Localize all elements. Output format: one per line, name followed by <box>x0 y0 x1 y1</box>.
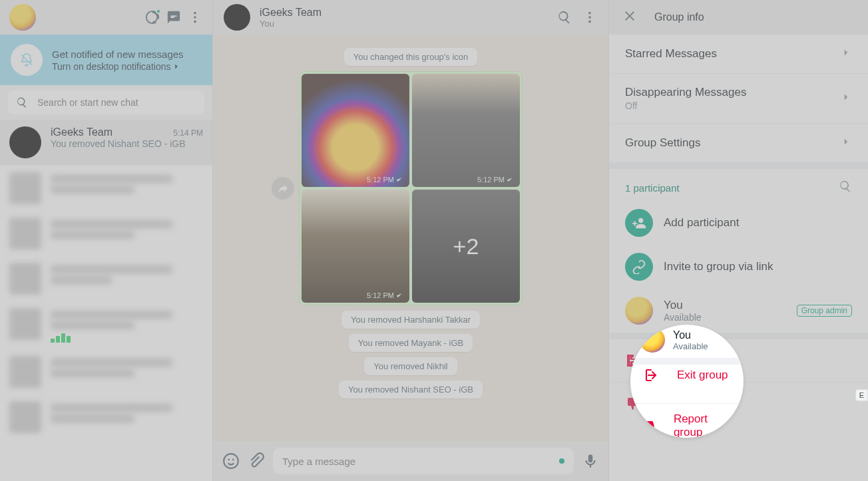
attach-icon[interactable] <box>248 452 265 470</box>
close-icon[interactable] <box>622 9 637 26</box>
media-thumb[interactable]: 5:12 PM <box>302 190 409 303</box>
notif-link[interactable]: Turn on desktop notifications <box>52 61 184 72</box>
media-thumb[interactable]: 5:12 PM <box>302 74 409 187</box>
chat-item-igeeks[interactable]: iGeeks Team 5:14 PM You removed Nishant … <box>0 120 212 166</box>
menu-icon[interactable] <box>187 9 203 25</box>
chat-list: iGeeks Team 5:14 PM You removed Nishant … <box>0 120 212 481</box>
sys-message: You removed Nishant SEO - iGB <box>339 381 483 399</box>
chevron-right-icon <box>840 47 852 61</box>
add-participant-row[interactable]: Add participant <box>609 201 868 245</box>
svg-point-6 <box>224 454 238 468</box>
notification-banner[interactable]: Get notified of new messages Turn on des… <box>0 35 212 85</box>
svg-point-3 <box>588 12 591 15</box>
svg-point-7 <box>228 458 230 460</box>
group-settings-row[interactable]: Group Settings <box>609 124 868 162</box>
chat-menu-icon[interactable] <box>582 9 598 25</box>
media-thumb[interactable]: 5:12 PM <box>412 74 520 187</box>
chat-item-blur <box>0 256 212 301</box>
chat-title: iGeeks Team <box>260 7 322 19</box>
sys-message: You removed Mayank - iGB <box>349 334 473 352</box>
disappearing-row[interactable]: Disappearing Messages Off <box>609 74 868 124</box>
starred-messages-row[interactable]: Starred Messages <box>609 35 868 74</box>
invite-link-row[interactable]: Invite to group via link <box>609 245 868 289</box>
chat-item-blur <box>0 395 212 440</box>
participants-count: 1 participant <box>625 182 680 194</box>
sys-message: You changed this group's icon <box>344 48 478 66</box>
edge-tag: E <box>855 389 868 401</box>
composer <box>213 441 608 481</box>
exit-group-highlighted[interactable]: Exit group <box>630 367 744 383</box>
spotlight-highlight: You Available Exit group Report group <box>630 325 744 438</box>
chat-item-blur <box>0 211 212 256</box>
chat-area: iGeeks Team You You changed this group's… <box>213 0 608 481</box>
add-person-icon <box>625 209 653 237</box>
notif-title: Get notified of new messages <box>52 49 184 60</box>
mic-icon[interactable] <box>582 452 599 470</box>
svg-point-5 <box>588 21 591 23</box>
chevron-right-icon <box>840 136 852 150</box>
svg-point-2 <box>194 21 196 23</box>
new-chat-icon[interactable] <box>166 9 182 25</box>
participant-you[interactable]: You Available Group admin <box>609 289 868 333</box>
sys-message: You removed Nikhil <box>364 357 457 375</box>
svg-point-8 <box>232 458 234 460</box>
search-participant-icon[interactable] <box>839 180 852 196</box>
chevron-right-icon <box>840 91 852 106</box>
sidebar: Get notified of new messages Turn on des… <box>0 0 213 481</box>
svg-point-4 <box>588 16 591 19</box>
you-avatar <box>625 297 653 325</box>
chat-avatar <box>9 126 41 158</box>
emoji-icon[interactable] <box>222 452 240 470</box>
sys-message: You removed Harshanki Takkar <box>341 311 480 329</box>
chat-name: iGeeks Team <box>51 126 112 138</box>
svg-point-0 <box>194 12 196 15</box>
chat-preview: You removed Nishant SEO - iGB <box>51 138 203 149</box>
link-icon <box>625 253 653 281</box>
panel-title: Group info <box>654 11 704 23</box>
search-box[interactable] <box>8 90 204 114</box>
chat-time: 5:14 PM <box>173 128 203 138</box>
chat-item-blur <box>0 349 212 395</box>
group-avatar[interactable] <box>224 4 250 31</box>
forward-icon[interactable] <box>272 177 294 200</box>
status-icon[interactable] <box>144 9 160 25</box>
search-row <box>0 85 212 120</box>
media-more-count: +2 <box>412 190 520 303</box>
messages: You changed this group's icon 5:12 PM 5:… <box>213 35 608 441</box>
bell-slash-icon <box>11 44 43 76</box>
sidebar-header <box>0 0 212 35</box>
chat-header[interactable]: iGeeks Team You <box>213 0 608 35</box>
self-avatar[interactable] <box>9 4 36 31</box>
panel-header: Group info <box>609 0 868 35</box>
compose-input[interactable] <box>282 456 555 467</box>
admin-badge: Group admin <box>797 305 852 317</box>
chat-subtitle: You <box>260 19 322 29</box>
media-thumb-more[interactable]: +2 <box>412 190 520 303</box>
typing-indicator <box>559 458 564 464</box>
chat-search-icon[interactable] <box>556 9 572 25</box>
svg-point-1 <box>194 16 196 19</box>
search-icon <box>16 96 28 108</box>
participants-header: 1 participant <box>609 169 868 201</box>
compose-box[interactable] <box>273 448 574 474</box>
chat-item-blur <box>0 301 212 349</box>
search-input[interactable] <box>37 97 196 108</box>
media-message[interactable]: 5:12 PM 5:12 PM 5:12 PM +2 <box>299 71 523 305</box>
chat-item-blur <box>0 166 212 211</box>
